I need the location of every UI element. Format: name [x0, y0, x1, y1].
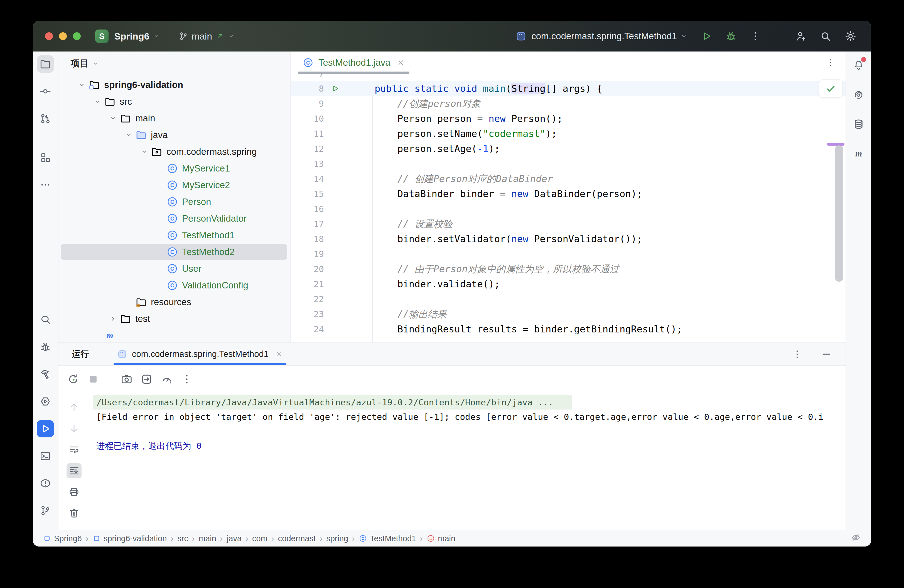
- search-everywhere-button[interactable]: [819, 30, 831, 42]
- gauge-button[interactable]: [160, 373, 173, 386]
- console-output[interactable]: /Users/codermast/Library/Java/JavaVirtua…: [90, 392, 846, 530]
- tool-notifications-bell-button[interactable]: [850, 57, 867, 74]
- tree-item-TestMethod2[interactable]: C TestMethod2: [58, 243, 290, 260]
- code-line-8[interactable]: 8 public static void main(String[] args)…: [291, 81, 846, 96]
- code-line-22[interactable]: 22: [291, 291, 846, 307]
- tool-debug-button[interactable]: [37, 338, 54, 356]
- breadcrumb-spring[interactable]: spring: [326, 534, 348, 543]
- breadcrumb-spring6-validation[interactable]: spring6-validation: [92, 534, 167, 543]
- hide-panel-button[interactable]: [821, 349, 832, 360]
- tree-item-src[interactable]: src: [58, 93, 290, 110]
- tree-item-Person[interactable]: C Person: [58, 193, 290, 210]
- arrow-down-button[interactable]: [66, 421, 82, 436]
- project-name[interactable]: Spring6: [114, 31, 149, 42]
- tool-services-button[interactable]: [37, 393, 54, 410]
- tree-item[interactable]: m: [58, 327, 290, 343]
- breadcrumb-java[interactable]: java: [227, 534, 242, 543]
- tool-maven-button[interactable]: m: [850, 145, 867, 162]
- code-line-7[interactable]: 7: [291, 74, 846, 81]
- camera-button[interactable]: [120, 373, 133, 386]
- stop-button[interactable]: [87, 373, 100, 386]
- code-line-19[interactable]: 19: [291, 247, 846, 261]
- breadcrumb-com[interactable]: com: [252, 534, 267, 543]
- breadcrumb-TestMethod1[interactable]: C TestMethod1: [359, 534, 416, 543]
- chevron-down-icon: [109, 114, 117, 123]
- rerun-button[interactable]: [67, 373, 80, 386]
- code-line-13[interactable]: 13: [291, 156, 846, 171]
- editor-tab[interactable]: C TestMethod1.java: [296, 52, 411, 74]
- code-line-24[interactable]: 24 BindingResult results = binder.getBin…: [291, 322, 846, 337]
- editor-options-button[interactable]: [825, 57, 836, 68]
- more-actions-button[interactable]: [749, 30, 762, 42]
- highlighting-level-icon[interactable]: [850, 532, 861, 543]
- tool-git-branch-button[interactable]: [37, 502, 54, 519]
- tool-commit-button[interactable]: [37, 83, 54, 100]
- vcs-widget[interactable]: main: [179, 31, 236, 42]
- soft-wrap-button[interactable]: [66, 442, 82, 457]
- tool-ai-assistant-button[interactable]: [850, 86, 867, 103]
- tree-item-ValidationConfig[interactable]: C ValidationConfig: [58, 277, 290, 294]
- close-window-button[interactable]: [45, 32, 53, 40]
- tool-find-search-button[interactable]: [37, 311, 54, 328]
- trash-button[interactable]: [66, 506, 82, 521]
- code-line-17[interactable]: 17 // 设置校验: [291, 217, 846, 231]
- scroll-end-button[interactable]: [66, 463, 82, 478]
- code-line-15[interactable]: 15 DataBinder binder = new DataBinder(pe…: [291, 186, 846, 201]
- code-line-23[interactable]: 23 //输出结果: [291, 307, 846, 322]
- arrow-up-button[interactable]: [66, 400, 82, 415]
- breadcrumb-main[interactable]: m main: [427, 534, 455, 543]
- tool-database-button[interactable]: [850, 115, 867, 133]
- tool-pull-request-button[interactable]: [37, 110, 54, 127]
- run-tab[interactable]: com.codermast.spring.TestMethod1: [114, 343, 286, 365]
- debug-button[interactable]: [725, 30, 737, 42]
- close-tab-icon[interactable]: [397, 58, 405, 67]
- tool-build-hammer-button[interactable]: [37, 365, 54, 383]
- tool-structure-button[interactable]: [37, 149, 54, 166]
- breadcrumb-Spring6[interactable]: Spring6: [43, 534, 82, 543]
- tool-run-play-button[interactable]: [37, 420, 54, 437]
- code-line-16[interactable]: 16: [291, 201, 846, 217]
- close-tab-icon[interactable]: [275, 350, 283, 358]
- tree-item-main[interactable]: main: [58, 110, 290, 126]
- breadcrumb-src[interactable]: src: [177, 534, 188, 543]
- tree-item-User[interactable]: C User: [58, 260, 290, 277]
- run-line-icon[interactable]: [330, 84, 340, 93]
- more-options-button[interactable]: [792, 349, 803, 360]
- code-with-me-button[interactable]: [795, 30, 807, 42]
- tree-item-test[interactable]: test: [58, 310, 290, 327]
- tool-more-horiz-button[interactable]: [37, 176, 54, 193]
- editor-scrollbar[interactable]: [835, 145, 843, 282]
- code-line-11[interactable]: 11 person.setName("codermast");: [291, 126, 846, 141]
- tree-item-resources[interactable]: resources: [58, 294, 290, 310]
- run-button[interactable]: [700, 30, 713, 42]
- tree-item-MyService1[interactable]: C MyService1: [58, 160, 290, 177]
- code-line-18[interactable]: 18 binder.setValidator(new PersonValidat…: [291, 231, 846, 247]
- code-line-12[interactable]: 12 person.setAge(-1);: [291, 141, 846, 156]
- more-vert-button[interactable]: [180, 373, 193, 386]
- attach-button[interactable]: [140, 373, 153, 386]
- code-line-20[interactable]: 20 // 由于Person对象中的属性为空，所以校验不通过: [291, 261, 846, 277]
- code-line-10[interactable]: 10 Person person = new Person();: [291, 111, 846, 126]
- tool-project-folder-button[interactable]: [37, 55, 54, 73]
- tool-problems-button[interactable]: [37, 475, 54, 492]
- code-line-9[interactable]: 9 //创建person对象: [291, 96, 846, 111]
- minimize-window-button[interactable]: [59, 32, 67, 40]
- tree-item-TestMethod1[interactable]: C TestMethod1: [58, 227, 290, 243]
- tool-terminal-button[interactable]: [37, 447, 54, 465]
- tree-item-PersonValidator[interactable]: C PersonValidator: [58, 210, 290, 227]
- tree-item-spring6-validation[interactable]: spring6-validation: [58, 77, 290, 93]
- code-line-21[interactable]: 21 binder.validate();: [291, 277, 846, 291]
- zoom-window-button[interactable]: [73, 32, 81, 40]
- breadcrumb-codermast[interactable]: codermast: [278, 534, 316, 543]
- breadcrumb-main[interactable]: main: [199, 534, 216, 543]
- tree-item-MyService2[interactable]: C MyService2: [58, 177, 290, 193]
- code-editor[interactable]: 7 8 public static void main(String[] arg…: [291, 74, 846, 343]
- printer-button[interactable]: [66, 484, 82, 499]
- run-configuration-selector[interactable]: com.codermast.spring.TestMethod1: [515, 30, 688, 42]
- code-line-14[interactable]: 14 // 创建Person对应的DataBinder: [291, 171, 846, 186]
- settings-button[interactable]: [844, 30, 857, 43]
- project-panel-header[interactable]: 项目: [58, 52, 290, 76]
- tree-item-com.codermast.spring[interactable]: com.codermast.spring: [58, 143, 290, 160]
- inspections-widget[interactable]: [819, 79, 843, 98]
- tree-item-java[interactable]: java: [58, 126, 290, 143]
